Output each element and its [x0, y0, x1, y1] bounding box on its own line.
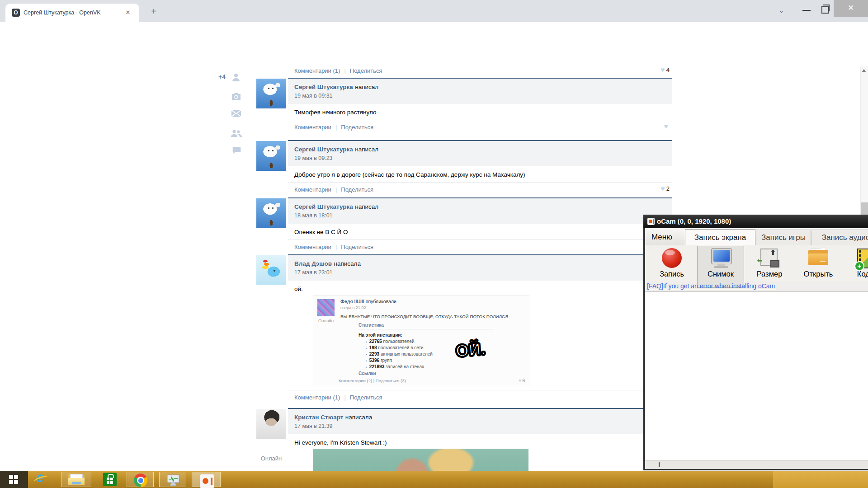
- messages-icon[interactable]: [231, 109, 241, 117]
- post-author-avatar[interactable]: [256, 79, 286, 108]
- scrollbar-up-arrow[interactable]: [862, 69, 866, 72]
- ocam-tab-screen-record[interactable]: Запись экрана: [685, 229, 755, 246]
- oy-sticker: ОЙ.: [455, 339, 486, 361]
- site-favicon: O: [12, 9, 20, 17]
- start-button[interactable]: [0, 471, 28, 488]
- tab-search-chevron-icon[interactable]: ⌄: [778, 6, 784, 14]
- ocam-codec-button[interactable]: + Кодек: [844, 246, 868, 288]
- taskbar-ocam[interactable]: [192, 472, 221, 487]
- window-restore-button[interactable]: [821, 6, 829, 14]
- post-author-link[interactable]: Сергей Штукатурка: [294, 203, 353, 210]
- ocam-resize-button[interactable]: ⬆⬅ Размер: [746, 246, 793, 288]
- comments-icon[interactable]: [232, 146, 241, 155]
- share-link[interactable]: Поделиться: [350, 67, 382, 74]
- window-close-button[interactable]: ✕: [834, 0, 868, 17]
- post-date: 17 мая в 21:39: [294, 423, 666, 429]
- ocam-window[interactable]: oCam (0, 0, 1920, 1080) Меню Запись экра…: [643, 215, 868, 470]
- window-minimize-button[interactable]: [802, 10, 811, 11]
- browser-tab[interactable]: O Сергей Штукатурка - OpenVK ✕: [5, 4, 139, 22]
- ocam-icon: [200, 474, 214, 488]
- comments-link[interactable]: Комментарии: [294, 124, 331, 131]
- post-date: 19 мая в 09:31: [294, 93, 666, 99]
- new-tab-button[interactable]: +: [147, 5, 160, 18]
- post-text: Тимофея немного растянуло: [288, 104, 672, 120]
- repost-author-avatar: [317, 299, 335, 316]
- post-author-avatar[interactable]: [256, 255, 286, 285]
- post-date: 18 мая в 18:01: [294, 212, 666, 219]
- attached-screenshot-image[interactable]: Онлайн Федя llШll опубликовали вчера в 2…: [313, 295, 529, 386]
- comments-link[interactable]: Комментарии: [294, 244, 331, 250]
- like-button[interactable]: ♥4: [660, 66, 670, 74]
- post-text: Hi everyone, I'm Kristen Stewart :): [288, 434, 672, 446]
- post-text: ой.: [288, 281, 672, 292]
- wall-post: Влад Дэшов написала 17 мая в 23:01 ой. О…: [288, 254, 672, 404]
- taskbar-ie[interactable]: e: [30, 471, 56, 488]
- comments-link[interactable]: Комментарии (1): [294, 67, 340, 74]
- ocam-title-bar[interactable]: oCam (0, 0, 1920, 1080): [643, 215, 868, 228]
- ocam-menu-button[interactable]: Меню: [651, 233, 672, 242]
- stats-title: Статистика: [359, 323, 494, 329]
- taskbar-file-explorer[interactable]: [61, 472, 91, 487]
- person-icon[interactable]: [231, 72, 241, 83]
- friends-icon[interactable]: [230, 129, 242, 138]
- online-status: Онлайн: [256, 455, 286, 462]
- post-text: Доброе утро я в дороге (сейчас где то по…: [288, 166, 672, 182]
- share-link[interactable]: Поделиться: [341, 124, 373, 131]
- heart-icon: ♥: [660, 185, 665, 192]
- share-link[interactable]: Поделиться: [350, 394, 382, 401]
- post-author-link[interactable]: Сергей Штукатурка: [294, 84, 353, 90]
- wall-post: Сергей Штукатурка написал 18 мая в 18:01…: [288, 197, 672, 253]
- codec-icon: +: [857, 249, 868, 268]
- ocam-record-button[interactable]: Запись: [648, 246, 695, 288]
- post-author-avatar[interactable]: [256, 141, 286, 171]
- like-button[interactable]: ♥: [664, 122, 670, 131]
- repost-author-link: Федя llШll опубликовали: [340, 299, 396, 304]
- wall-post: Комментарии (1) | Поделиться ♥4: [288, 64, 672, 77]
- ocam-snapshot-button[interactable]: Снимок: [697, 246, 744, 288]
- ocam-status-bar: [645, 460, 868, 469]
- text-caret: [659, 462, 660, 467]
- post-date: 19 мая в 09:23: [294, 155, 666, 161]
- like-button[interactable]: ♥2: [660, 185, 670, 193]
- ocam-toolbar: Запись Снимок ⬆⬅ Размер Открыть + Кодек: [645, 245, 868, 282]
- repost-actions: Комментарии (2) | Поделиться (3): [339, 378, 406, 383]
- wall-post: Сергей Штукатурка написал 19 мая в 09:23…: [288, 140, 672, 196]
- taskbar-store[interactable]: [96, 471, 124, 488]
- post-author-link[interactable]: Влад Дэшов: [294, 260, 332, 267]
- heart-icon: ♥: [664, 122, 669, 130]
- screen: { "browser": { "tab": {"favicon_letter":…: [0, 0, 868, 488]
- tab-close-icon[interactable]: ✕: [124, 9, 132, 17]
- heart-icon: ♥: [660, 66, 665, 74]
- taskbar-performance-monitor[interactable]: [159, 472, 186, 487]
- tab-strip: O Сергей Штукатурка - OpenVK ✕ + ⌄ ✕: [0, 0, 868, 22]
- sidebar-friends-count[interactable]: +4: [218, 73, 226, 80]
- ocam-tab-audio-record[interactable]: Запись аудио: [811, 230, 868, 245]
- share-link[interactable]: Поделиться: [341, 186, 373, 193]
- ocam-open-button[interactable]: Открыть: [795, 246, 842, 288]
- resize-icon: ⬆⬅: [760, 249, 778, 266]
- post-author-link[interactable]: Кристэн Стюарт: [294, 414, 343, 421]
- repost-likes: ♥6: [519, 378, 525, 383]
- comments-link[interactable]: Комментарии: [294, 186, 331, 193]
- online-status: Онлайн: [314, 318, 338, 323]
- links-section-title: Ссылки: [359, 371, 494, 376]
- post-text: Опенвк не В С Й О: [288, 224, 672, 239]
- taskbar-chrome[interactable]: [127, 472, 154, 487]
- folder-icon: [808, 250, 828, 266]
- camera-icon[interactable]: [231, 92, 241, 101]
- heart-icon: ♥: [519, 378, 522, 383]
- share-link[interactable]: Поделиться: [341, 244, 373, 250]
- ocam-tab-bar: Меню Запись экрана Запись игры Запись ау…: [645, 228, 868, 246]
- post-author-avatar[interactable]: [256, 409, 286, 439]
- comments-link[interactable]: Комментарии (1): [294, 394, 340, 401]
- windows-logo-icon: [9, 475, 13, 479]
- ocam-tab-game-record[interactable]: Запись игры: [756, 230, 811, 245]
- browser-toolbar: ← → ⟳ ovk.to/shtuknn#2 ☆ И: [0, 22, 868, 47]
- post-author-link[interactable]: Сергей Штукатурка: [294, 146, 353, 153]
- performance-monitor-icon: [166, 474, 180, 487]
- ocam-window-title: oCam (0, 0, 1920, 1080): [657, 217, 731, 225]
- post-author-avatar[interactable]: [256, 198, 286, 228]
- repost-text: ВЫ ЕБНУТЫЕ ЧТО ПРОИСХОДИТ ВООБЩЕ, ОТКУДА…: [340, 314, 508, 319]
- ocam-faq-link[interactable]: [FAQ]If you get an error when installing…: [647, 282, 775, 290]
- wall-post: Сергей Штукатурка написал 19 мая в 09:31…: [288, 78, 672, 134]
